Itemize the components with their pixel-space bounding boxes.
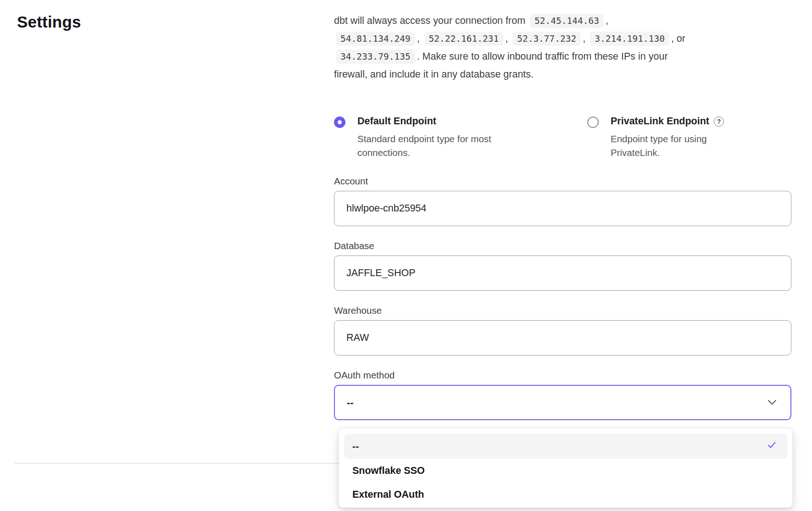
intro-text: , (417, 33, 423, 44)
check-icon (766, 440, 777, 453)
intro-text: . Make sure to allow inbound traffic fro… (417, 51, 668, 62)
privatelink-endpoint-label: PrivateLink Endpoint (611, 116, 709, 127)
intro-text: dbt will always access your connection f… (334, 15, 528, 26)
ip-allowlist-paragraph: dbt will always access your connection f… (334, 12, 784, 83)
oauth-method-selected-value: -- (347, 397, 354, 409)
default-endpoint-label: Default Endpoint (357, 116, 509, 127)
privatelink-endpoint-option[interactable]: PrivateLink Endpoint ? Endpoint type for… (587, 116, 725, 160)
radio-unselected-icon[interactable] (587, 117, 599, 128)
oauth-method-select[interactable]: -- (334, 385, 791, 420)
intro-text: , (606, 15, 608, 26)
page-title: Settings (17, 13, 81, 31)
paragraph-line: 34.233.79.135. Make sure to allow inboun… (334, 48, 784, 66)
ip-address-chip: 52.3.77.232 (512, 32, 581, 46)
dropdown-option-external-oauth[interactable]: External OAuth (344, 483, 787, 506)
oauth-method-label: OAuth method (334, 370, 791, 381)
default-endpoint-option[interactable]: Default Endpoint Standard endpoint type … (334, 116, 509, 160)
intro-text: , (583, 33, 588, 44)
warehouse-input[interactable] (334, 320, 791, 355)
dropdown-option-none[interactable]: -- (344, 434, 787, 459)
intro-text: firewall, and include it in any database… (334, 69, 534, 80)
oauth-method-field-group: OAuth method -- (334, 370, 791, 420)
intro-text: , or (671, 33, 685, 44)
endpoint-type-group: Default Endpoint Standard endpoint type … (334, 116, 793, 171)
paragraph-line: dbt will always access your connection f… (334, 12, 784, 30)
account-label: Account (334, 176, 791, 187)
radio-selected-icon[interactable] (334, 117, 345, 128)
connection-settings-form: Account Database Warehouse OAuth method … (334, 176, 791, 434)
warehouse-field-group: Warehouse (334, 305, 791, 355)
section-divider (14, 463, 339, 464)
account-input[interactable] (334, 191, 791, 226)
paragraph-line: 54.81.134.249, 52.22.161.231, 52.3.77.23… (334, 30, 784, 48)
ip-address-chip: 34.233.79.135 (336, 50, 415, 64)
paragraph-line: firewall, and include it in any database… (334, 66, 784, 83)
warehouse-label: Warehouse (334, 305, 791, 317)
database-input[interactable] (334, 256, 791, 291)
ip-address-chip: 3.214.191.130 (590, 32, 669, 46)
database-label: Database (334, 240, 791, 252)
ip-address-chip: 52.22.161.231 (424, 32, 504, 46)
ip-address-chip: 54.81.134.249 (336, 32, 415, 46)
oauth-method-dropdown: -- Snowflake SSO External OAuth (339, 428, 793, 508)
intro-text: , (505, 33, 511, 44)
database-field-group: Database (334, 240, 791, 291)
dropdown-option-label: Snowflake SSO (352, 465, 425, 477)
dropdown-option-label: -- (352, 441, 359, 452)
settings-page: Settings dbt will always access your con… (0, 0, 812, 511)
dropdown-option-label: External OAuth (352, 489, 424, 500)
chevron-down-icon (768, 399, 777, 407)
ip-address-chip: 52.45.144.63 (530, 14, 604, 28)
account-field-group: Account (334, 176, 791, 226)
dropdown-option-snowflake-sso[interactable]: Snowflake SSO (344, 459, 787, 483)
privatelink-endpoint-description: Endpoint type for using PrivateLink. (611, 132, 725, 160)
default-endpoint-description: Standard endpoint type for most connecti… (357, 132, 509, 160)
help-icon[interactable]: ? (714, 117, 724, 127)
